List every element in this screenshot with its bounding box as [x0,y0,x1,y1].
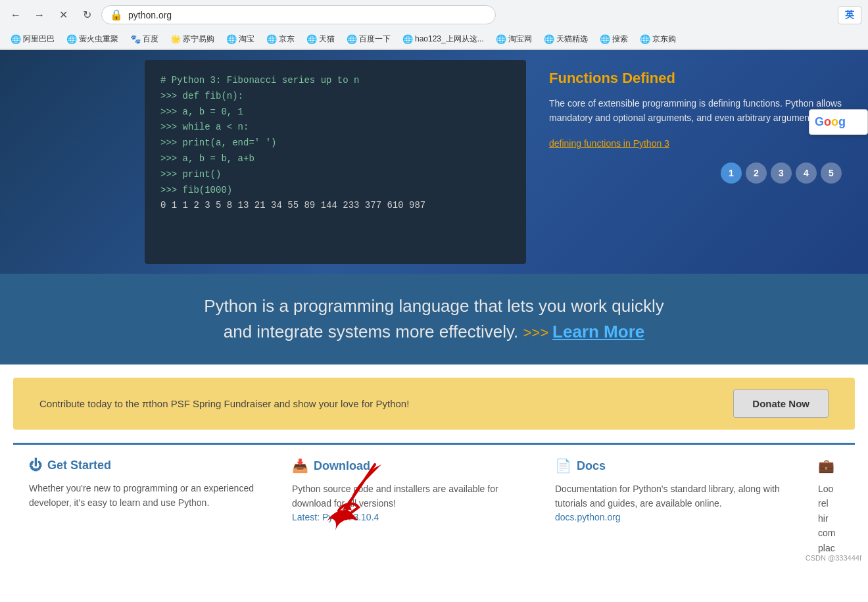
bookmark-tianmao[interactable]: 🌐 天猫 [302,32,339,46]
bookmark-icon: 🌟 [170,34,181,44]
bookmark-label: 京东 [279,34,295,45]
code-line-2: >>> def fib(n): [160,89,510,105]
card-download-link[interactable]: Latest: Python 3.10.4 [292,512,379,522]
card-jobs-title: 💼 [818,458,839,474]
bookmark-icon: 🌐 [226,34,237,44]
fundraiser-banner: Contribute today to the πthon PSF Spring… [13,378,855,430]
bookmark-icon: 🌐 [402,34,413,44]
jobs-icon: 💼 [818,458,834,474]
card-get-started-text: Whether you're new to programming or an … [29,481,260,511]
card-get-started-title: ⏻ Get Started [29,458,260,473]
hero-section: # Python 3: Fibonacci series up to n >>>… [0,50,868,274]
bookmark-label: 阿里巴巴 [23,34,55,45]
bookmark-icon: 🌐 [66,34,77,44]
code-line-5: >>> print(a, end=' ') [160,136,510,151]
code-line-1: # Python 3: Fibonacci series up to n [160,73,510,89]
code-line-8: >>> fib(1000) [160,183,510,199]
bookmark-alibaba[interactable]: 🌐 阿里巴巴 [7,32,59,46]
bookmark-search[interactable]: 🌐 搜索 [596,32,632,46]
bookmark-icon: 🌐 [544,34,554,44]
bookmark-label: 天猫 [319,34,335,45]
address-bar[interactable]: 🔒 python.org [101,5,496,24]
pagination: 1 2 3 4 5 [549,163,855,184]
card-get-started: ⏻ Get Started Whether you're new to prog… [13,443,276,568]
docs-icon: 📄 [555,458,571,474]
close-button[interactable]: ✕ [54,6,72,24]
card-download-title: 📥 Download [292,458,523,474]
tagline-arrows: >>> [523,324,552,341]
code-line-7: >>> print() [160,167,510,183]
code-line-4: >>> while a < n: [160,120,510,136]
page-btn-4[interactable]: 4 [796,163,817,184]
bookmark-label: 京东购 [652,34,676,45]
functions-panel: Functions Defined The core of extensible… [536,50,868,274]
card-docs-link[interactable]: docs.python.org [555,512,621,522]
refresh-button[interactable]: ↻ [78,6,96,24]
bookmark-label: 搜索 [612,34,628,45]
bookmark-jd2[interactable]: 🌐 京东购 [636,32,680,46]
browser-chrome: ← → ✕ ↻ 🔒 python.org 英 🌐 阿里巴巴 🌐 萤火虫重聚 🐾 … [0,0,868,50]
card-download: 📥 Download Python source code and instal… [276,443,539,568]
bookmark-tianmao-select[interactable]: 🌐 天猫精选 [540,32,592,46]
card-download-text: Python source code and installers are av… [292,482,523,511]
bookmark-icon: 🌐 [640,34,650,44]
bookmarks-bar: 🌐 阿里巴巴 🌐 萤火虫重聚 🐾 百度 🌟 苏宁易购 🌐 淘宝 🌐 京东 🌐 天… [0,30,868,49]
donate-button[interactable]: Donate Now [733,389,829,418]
bookmark-label: 百度一下 [359,34,391,45]
card-docs: 📄 Docs Documentation for Python's standa… [539,443,802,568]
learn-more-link[interactable]: Learn More [552,322,644,341]
bookmark-label: 淘宝 [239,34,254,45]
bookmark-baidu-search[interactable]: 🌐 百度一下 [343,32,395,46]
card-docs-text: Documentation for Python's standard libr… [555,482,786,511]
bookmark-icon: 🌐 [496,34,506,44]
card-jobs: 💼 Loo rel hir com plac [802,443,855,568]
csdn-watermark: CSDN @333444f [806,554,861,562]
browser-nav: ← → ✕ ↻ 🔒 python.org 英 [0,0,868,30]
bookmark-taobao-net[interactable]: 🌐 淘宝网 [492,32,536,46]
page-btn-3[interactable]: 3 [771,163,792,184]
page-wrapper: Goog # Python 3: Fibonacci series up to … [0,50,868,568]
bookmark-label: 苏宁易购 [183,34,214,45]
bookmark-label: 天猫精选 [556,34,588,45]
download-icon: 📥 [292,458,308,474]
bookmark-icon: 🌐 [600,34,610,44]
google-popup: Goog [809,109,868,135]
pi-symbol: π [142,398,149,409]
tagline-text: Python is a programming language that le… [13,293,855,345]
code-output: 0 1 1 2 3 5 8 13 21 34 55 89 144 233 377… [160,198,510,214]
bookmark-icon: 🌐 [11,34,21,44]
back-button[interactable]: ← [7,6,25,24]
code-line-6: >>> a, b = b, a+b [160,151,510,167]
page-btn-2[interactable]: 2 [746,163,767,184]
forward-button[interactable]: → [30,6,49,24]
fundraiser-text: Contribute today to the πthon PSF Spring… [39,398,409,409]
bookmark-label: 淘宝网 [508,34,532,45]
separator [0,364,868,378]
bookmark-suning[interactable]: 🌟 苏宁易购 [166,32,218,46]
bookmark-label: 萤火虫重聚 [79,34,118,45]
bookmark-baidu[interactable]: 🐾 百度 [126,32,162,46]
bookmark-icon: 🌐 [266,34,277,44]
bookmark-icon: 🐾 [130,34,141,44]
bookmark-icon: 🌐 [347,34,357,44]
bookmark-label: 百度 [143,34,158,45]
bookmark-hao123[interactable]: 🌐 hao123_上网从这... [398,32,488,46]
page-btn-5[interactable]: 5 [821,163,842,184]
page-btn-1[interactable]: 1 [721,163,742,184]
url-text: python.org [128,10,172,20]
code-panel: # Python 3: Fibonacci series up to n >>>… [145,60,526,264]
card-jobs-text: Loo rel hir com plac [818,482,839,555]
bookmark-firefly[interactable]: 🌐 萤火虫重聚 [62,32,122,46]
bookmark-jd[interactable]: 🌐 京东 [262,32,299,46]
functions-title: Functions Defined [549,70,855,87]
bookmark-icon: 🌐 [306,34,317,44]
functions-link[interactable]: defining functions in Python 3 [549,138,669,149]
bookmark-taobao[interactable]: 🌐 淘宝 [222,32,258,46]
card-docs-title: 📄 Docs [555,458,786,474]
lock-icon: 🔒 [110,9,123,21]
cards-section: ⏻ Get Started Whether you're new to prog… [0,430,868,568]
google-text: Goog [815,115,862,129]
code-line-3: >>> a, b = 0, 1 [160,105,510,120]
browser-extension: 英 [838,6,861,24]
power-icon: ⏻ [29,458,42,473]
